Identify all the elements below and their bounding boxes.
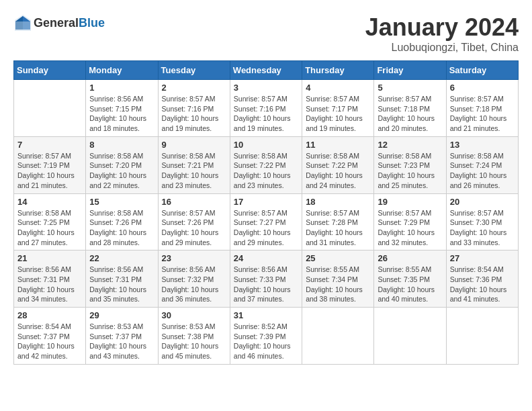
calendar-cell: 9Sunrise: 8:58 AMSunset: 7:21 PMDaylight…	[158, 136, 230, 193]
calendar-cell: 8Sunrise: 8:58 AMSunset: 7:20 PMDaylight…	[86, 136, 158, 193]
logo-icon	[13, 13, 32, 32]
day-number: 9	[162, 140, 226, 150]
day-info: Sunrise: 8:54 AMSunset: 7:37 PMDaylight:…	[17, 322, 82, 361]
calendar-cell: 25Sunrise: 8:55 AMSunset: 7:34 PMDayligh…	[302, 250, 374, 308]
location-subtitle: Luobuqiongzi, Tibet, China	[365, 42, 519, 54]
logo-general: General	[34, 16, 79, 30]
calendar-cell: 26Sunrise: 8:55 AMSunset: 7:35 PMDayligh…	[374, 250, 446, 308]
calendar-cell: 20Sunrise: 8:57 AMSunset: 7:30 PMDayligh…	[446, 193, 518, 250]
header-saturday: Saturday	[446, 61, 518, 80]
calendar-cell	[374, 308, 446, 365]
day-info: Sunrise: 8:56 AMSunset: 7:31 PMDaylight:…	[89, 265, 154, 304]
day-info: Sunrise: 8:58 AMSunset: 7:25 PMDaylight:…	[17, 208, 82, 248]
day-info: Sunrise: 8:58 AMSunset: 7:22 PMDaylight:…	[306, 151, 370, 191]
day-number: 17	[234, 197, 298, 207]
day-number: 20	[450, 197, 515, 207]
day-info: Sunrise: 8:58 AMSunset: 7:24 PMDaylight:…	[450, 151, 515, 191]
day-info: Sunrise: 8:58 AMSunset: 7:22 PMDaylight:…	[234, 151, 298, 191]
calendar-cell: 4Sunrise: 8:57 AMSunset: 7:17 PMDaylight…	[302, 80, 374, 137]
day-number: 15	[89, 197, 154, 207]
day-info: Sunrise: 8:57 AMSunset: 7:28 PMDaylight:…	[306, 208, 370, 248]
calendar-cell: 6Sunrise: 8:57 AMSunset: 7:18 PMDaylight…	[446, 80, 518, 137]
day-info: Sunrise: 8:52 AMSunset: 7:39 PMDaylight:…	[234, 322, 298, 361]
day-info: Sunrise: 8:57 AMSunset: 7:26 PMDaylight:…	[162, 208, 226, 248]
day-info: Sunrise: 8:57 AMSunset: 7:16 PMDaylight:…	[162, 94, 226, 134]
calendar-cell	[302, 308, 374, 365]
day-info: Sunrise: 8:57 AMSunset: 7:18 PMDaylight:…	[450, 94, 515, 134]
day-number: 22	[89, 253, 154, 263]
calendar-table: SundayMondayTuesdayWednesdayThursdayFrid…	[13, 60, 519, 365]
day-info: Sunrise: 8:58 AMSunset: 7:23 PMDaylight:…	[378, 151, 442, 191]
day-number: 13	[450, 140, 515, 150]
calendar-cell: 19Sunrise: 8:57 AMSunset: 7:29 PMDayligh…	[374, 193, 446, 250]
day-info: Sunrise: 8:57 AMSunset: 7:29 PMDaylight:…	[378, 208, 442, 248]
header-tuesday: Tuesday	[158, 61, 230, 80]
day-info: Sunrise: 8:58 AMSunset: 7:21 PMDaylight:…	[162, 151, 226, 191]
day-number: 12	[378, 140, 442, 150]
calendar-cell	[446, 308, 518, 365]
day-number: 8	[89, 140, 154, 150]
header-sunday: Sunday	[14, 61, 86, 80]
header-thursday: Thursday	[302, 61, 374, 80]
day-number: 25	[306, 253, 370, 263]
calendar-cell: 1Sunrise: 8:56 AMSunset: 7:15 PMDaylight…	[86, 80, 158, 137]
day-info: Sunrise: 8:57 AMSunset: 7:27 PMDaylight:…	[234, 208, 298, 248]
calendar-cell: 11Sunrise: 8:58 AMSunset: 7:22 PMDayligh…	[302, 136, 374, 193]
day-number: 23	[162, 253, 226, 263]
header-wednesday: Wednesday	[230, 61, 302, 80]
calendar-cell: 3Sunrise: 8:57 AMSunset: 7:16 PMDaylight…	[230, 80, 302, 137]
month-title: January 2024	[365, 13, 519, 42]
calendar-cell: 13Sunrise: 8:58 AMSunset: 7:24 PMDayligh…	[446, 136, 518, 193]
day-number: 31	[234, 310, 298, 320]
day-info: Sunrise: 8:57 AMSunset: 7:17 PMDaylight:…	[306, 94, 370, 134]
day-number: 3	[234, 83, 298, 93]
calendar-cell: 30Sunrise: 8:53 AMSunset: 7:38 PMDayligh…	[158, 308, 230, 365]
calendar-week-3: 14Sunrise: 8:58 AMSunset: 7:25 PMDayligh…	[14, 193, 519, 250]
day-number: 5	[378, 83, 442, 93]
calendar-cell: 15Sunrise: 8:58 AMSunset: 7:26 PMDayligh…	[86, 193, 158, 250]
header-monday: Monday	[86, 61, 158, 80]
day-info: Sunrise: 8:57 AMSunset: 7:19 PMDaylight:…	[17, 151, 82, 191]
day-info: Sunrise: 8:57 AMSunset: 7:18 PMDaylight:…	[378, 94, 442, 134]
day-number: 18	[306, 197, 370, 207]
calendar-week-1: 1Sunrise: 8:56 AMSunset: 7:15 PMDaylight…	[14, 80, 519, 137]
day-number: 21	[17, 253, 82, 263]
day-number: 19	[378, 197, 442, 207]
day-number: 26	[378, 253, 442, 263]
day-number: 1	[89, 83, 154, 93]
calendar-week-4: 21Sunrise: 8:56 AMSunset: 7:31 PMDayligh…	[14, 250, 519, 308]
day-number: 14	[17, 197, 82, 207]
day-number: 4	[306, 83, 370, 93]
calendar-cell: 21Sunrise: 8:56 AMSunset: 7:31 PMDayligh…	[14, 250, 86, 308]
day-info: Sunrise: 8:56 AMSunset: 7:31 PMDaylight:…	[17, 265, 82, 304]
day-number: 16	[162, 197, 226, 207]
calendar-cell: 27Sunrise: 8:54 AMSunset: 7:36 PMDayligh…	[446, 250, 518, 308]
calendar-cell: 2Sunrise: 8:57 AMSunset: 7:16 PMDaylight…	[158, 80, 230, 137]
day-info: Sunrise: 8:54 AMSunset: 7:36 PMDaylight:…	[450, 265, 515, 304]
day-info: Sunrise: 8:56 AMSunset: 7:15 PMDaylight:…	[89, 94, 154, 134]
calendar-cell: 7Sunrise: 8:57 AMSunset: 7:19 PMDaylight…	[14, 136, 86, 193]
calendar-cell: 12Sunrise: 8:58 AMSunset: 7:23 PMDayligh…	[374, 136, 446, 193]
day-number: 24	[234, 253, 298, 263]
calendar-header-row: SundayMondayTuesdayWednesdayThursdayFrid…	[14, 61, 519, 80]
day-number: 2	[162, 83, 226, 93]
calendar-cell: 31Sunrise: 8:52 AMSunset: 7:39 PMDayligh…	[230, 308, 302, 365]
day-number: 30	[162, 310, 226, 320]
title-area: January 2024 Luobuqiongzi, Tibet, China	[365, 13, 519, 54]
logo: GeneralBlue	[13, 13, 105, 32]
logo-blue: Blue	[79, 16, 105, 30]
calendar-cell: 23Sunrise: 8:56 AMSunset: 7:32 PMDayligh…	[158, 250, 230, 308]
day-info: Sunrise: 8:55 AMSunset: 7:35 PMDaylight:…	[378, 265, 442, 304]
day-number: 27	[450, 253, 515, 263]
day-number: 29	[89, 310, 154, 320]
calendar-cell: 28Sunrise: 8:54 AMSunset: 7:37 PMDayligh…	[14, 308, 86, 365]
calendar-cell: 16Sunrise: 8:57 AMSunset: 7:26 PMDayligh…	[158, 193, 230, 250]
day-number: 10	[234, 140, 298, 150]
calendar-cell: 10Sunrise: 8:58 AMSunset: 7:22 PMDayligh…	[230, 136, 302, 193]
calendar-week-2: 7Sunrise: 8:57 AMSunset: 7:19 PMDaylight…	[14, 136, 519, 193]
day-info: Sunrise: 8:55 AMSunset: 7:34 PMDaylight:…	[306, 265, 370, 304]
calendar-cell: 22Sunrise: 8:56 AMSunset: 7:31 PMDayligh…	[86, 250, 158, 308]
calendar-cell: 24Sunrise: 8:56 AMSunset: 7:33 PMDayligh…	[230, 250, 302, 308]
day-info: Sunrise: 8:56 AMSunset: 7:32 PMDaylight:…	[162, 265, 226, 304]
calendar-cell: 14Sunrise: 8:58 AMSunset: 7:25 PMDayligh…	[14, 193, 86, 250]
